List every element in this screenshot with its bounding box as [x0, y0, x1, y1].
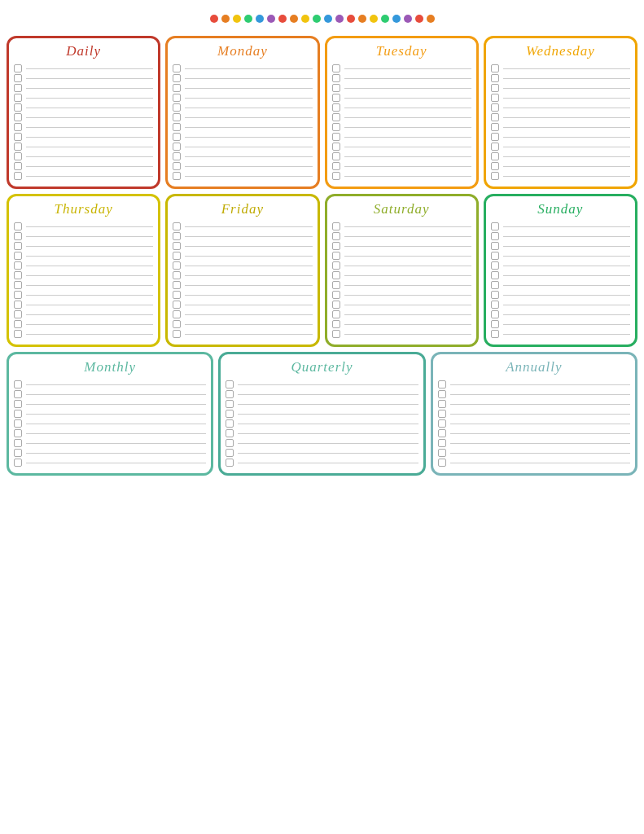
checkbox[interactable] — [173, 152, 181, 160]
list-item[interactable] — [491, 133, 630, 141]
list-item[interactable] — [332, 271, 471, 279]
checkbox[interactable] — [438, 410, 446, 418]
list-item[interactable] — [438, 419, 630, 428]
list-item[interactable] — [332, 281, 471, 289]
list-item[interactable] — [491, 330, 630, 338]
list-item[interactable] — [14, 113, 153, 121]
list-item[interactable] — [491, 320, 630, 328]
checkbox[interactable] — [14, 330, 22, 338]
list-item[interactable] — [332, 242, 471, 250]
checkbox[interactable] — [332, 103, 340, 112]
list-item[interactable] — [14, 291, 153, 299]
list-item[interactable] — [332, 123, 471, 131]
list-item[interactable] — [173, 64, 312, 72]
list-item[interactable] — [173, 222, 312, 230]
list-item[interactable] — [491, 252, 630, 260]
list-item[interactable] — [332, 103, 471, 112]
list-item[interactable] — [14, 390, 206, 398]
list-item[interactable] — [491, 74, 630, 82]
checkbox[interactable] — [173, 222, 181, 230]
list-item[interactable] — [14, 103, 153, 112]
checkbox[interactable] — [332, 113, 340, 121]
checkbox[interactable] — [491, 123, 499, 131]
checkbox[interactable] — [491, 232, 499, 240]
list-item[interactable] — [332, 252, 471, 260]
checkbox[interactable] — [14, 410, 22, 418]
list-item[interactable] — [491, 103, 630, 112]
list-item[interactable] — [226, 449, 418, 457]
list-item[interactable] — [173, 291, 312, 299]
list-item[interactable] — [332, 133, 471, 141]
list-item[interactable] — [14, 271, 153, 279]
checkbox[interactable] — [14, 459, 22, 467]
list-item[interactable] — [173, 123, 312, 131]
checkbox[interactable] — [491, 152, 499, 160]
checkbox[interactable] — [14, 94, 22, 102]
checkbox[interactable] — [14, 172, 22, 180]
list-item[interactable] — [173, 172, 312, 180]
checkbox[interactable] — [173, 84, 181, 92]
checkbox[interactable] — [226, 429, 234, 437]
checkbox[interactable] — [14, 123, 22, 131]
list-item[interactable] — [332, 143, 471, 151]
checkbox[interactable] — [332, 252, 340, 260]
list-item[interactable] — [14, 232, 153, 240]
list-item[interactable] — [491, 271, 630, 279]
list-item[interactable] — [491, 162, 630, 170]
list-item[interactable] — [332, 222, 471, 230]
list-item[interactable] — [14, 74, 153, 82]
list-item[interactable] — [491, 310, 630, 318]
checkbox[interactable] — [491, 143, 499, 151]
list-item[interactable] — [14, 143, 153, 151]
list-item[interactable] — [14, 281, 153, 289]
list-item[interactable] — [332, 310, 471, 318]
checkbox[interactable] — [332, 143, 340, 151]
checkbox[interactable] — [226, 459, 234, 467]
list-item[interactable] — [14, 380, 206, 388]
checkbox[interactable] — [332, 271, 340, 279]
checkbox[interactable] — [491, 162, 499, 170]
checkbox[interactable] — [14, 261, 22, 270]
checkbox[interactable] — [14, 162, 22, 170]
checkbox[interactable] — [491, 103, 499, 112]
checkbox[interactable] — [173, 113, 181, 121]
checkbox[interactable] — [491, 133, 499, 141]
checkbox[interactable] — [491, 94, 499, 102]
checkbox[interactable] — [438, 419, 446, 428]
checkbox[interactable] — [332, 301, 340, 309]
checkbox[interactable] — [491, 330, 499, 338]
list-item[interactable] — [173, 143, 312, 151]
checkbox[interactable] — [491, 281, 499, 289]
checkbox[interactable] — [332, 152, 340, 160]
list-item[interactable] — [491, 222, 630, 230]
list-item[interactable] — [491, 242, 630, 250]
list-item[interactable] — [14, 252, 153, 260]
list-item[interactable] — [173, 84, 312, 92]
checkbox[interactable] — [491, 242, 499, 250]
list-item[interactable] — [14, 162, 153, 170]
checkbox[interactable] — [173, 242, 181, 250]
list-item[interactable] — [332, 152, 471, 160]
checkbox[interactable] — [491, 222, 499, 230]
list-item[interactable] — [173, 320, 312, 328]
list-item[interactable] — [14, 64, 153, 72]
checkbox[interactable] — [438, 439, 446, 447]
checkbox[interactable] — [332, 232, 340, 240]
checkbox[interactable] — [491, 261, 499, 270]
list-item[interactable] — [14, 242, 153, 250]
checkbox[interactable] — [14, 152, 22, 160]
checkbox[interactable] — [173, 64, 181, 72]
list-item[interactable] — [14, 261, 153, 270]
checkbox[interactable] — [332, 320, 340, 328]
checkbox[interactable] — [173, 291, 181, 299]
list-item[interactable] — [332, 232, 471, 240]
list-item[interactable] — [173, 310, 312, 318]
list-item[interactable] — [491, 172, 630, 180]
list-item[interactable] — [438, 459, 630, 467]
list-item[interactable] — [438, 449, 630, 457]
checkbox[interactable] — [332, 330, 340, 338]
checkbox[interactable] — [491, 310, 499, 318]
list-item[interactable] — [491, 113, 630, 121]
list-item[interactable] — [14, 439, 206, 447]
checkbox[interactable] — [14, 291, 22, 299]
